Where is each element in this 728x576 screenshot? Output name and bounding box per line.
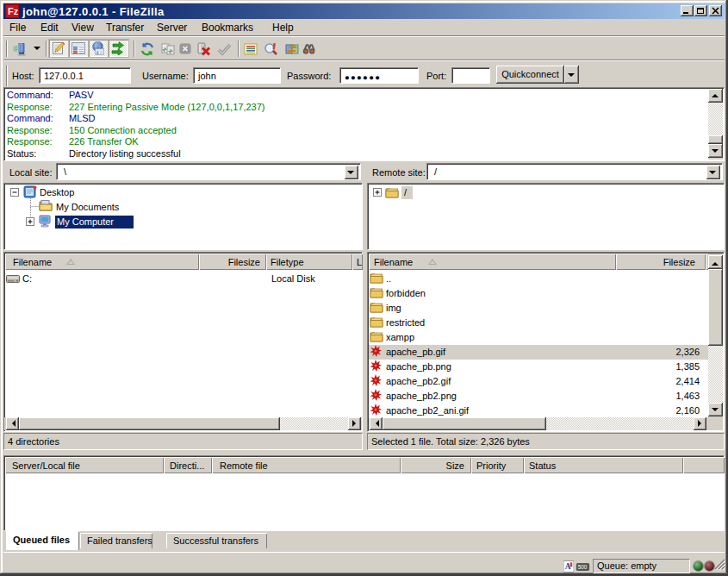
- svg-text:Fz: Fz: [8, 6, 19, 16]
- svg-text:A: A: [565, 562, 571, 571]
- svg-text:500: 500: [578, 564, 588, 570]
